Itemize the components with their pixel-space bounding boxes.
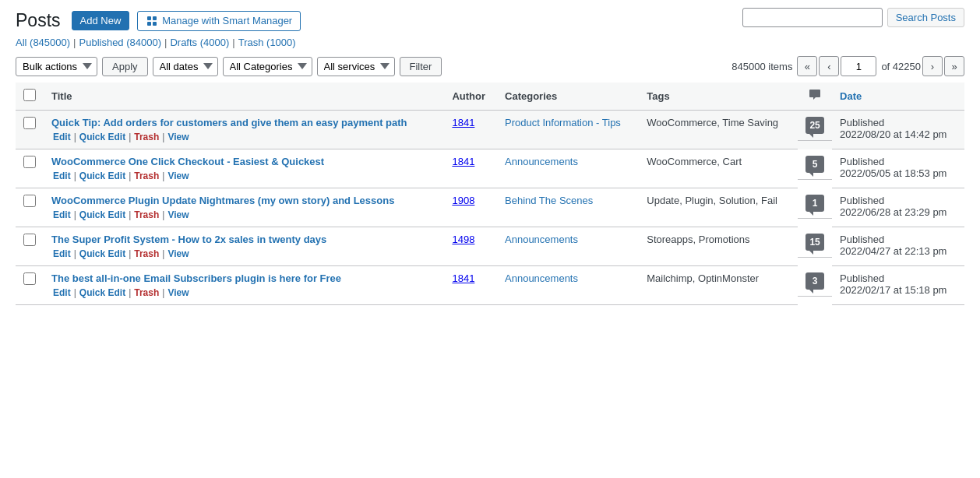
row-action-link-trash[interactable]: Trash — [134, 209, 159, 220]
smart-manager-button[interactable]: Manage with Smart Manager — [137, 11, 301, 31]
row-actions: Edit | Quick Edit | Trash | View — [51, 132, 436, 142]
filter-all[interactable]: All (845000) — [16, 37, 70, 48]
pagination: « ‹ of 42250 › » — [797, 56, 964, 76]
author-link[interactable]: 1498 — [452, 234, 474, 245]
row-action-view: View — [167, 287, 189, 298]
prev-page-button[interactable]: ‹ — [819, 56, 839, 76]
post-tags-cell: WooCommerce, Cart — [639, 149, 798, 188]
post-title-cell: The best all-in-one Email Subscribers pl… — [44, 266, 444, 305]
row-checkbox[interactable] — [23, 234, 36, 246]
row-action-link-view[interactable]: View — [167, 132, 189, 142]
comment-count-badge[interactable]: 15 — [806, 234, 824, 251]
post-date: 2022/06/28 at 23:29 pm — [840, 206, 947, 218]
filter-trash[interactable]: Trash (1000) — [238, 37, 296, 48]
row-action-link-quick-edit[interactable]: Quick Edit — [79, 287, 125, 298]
filter-drafts[interactable]: Drafts (4000) — [170, 37, 229, 48]
post-title-cell: WooCommerce One Click Checkout - Easiest… — [44, 149, 444, 188]
post-tags-cell: Storeapps, Promotions — [639, 227, 798, 266]
row-actions: Edit | Quick Edit | Trash | View — [51, 287, 436, 298]
row-checkbox[interactable] — [23, 117, 36, 129]
dates-filter-select[interactable]: All dates — [153, 57, 218, 76]
category-link[interactable]: Behind The Scenes — [505, 195, 593, 206]
post-author-cell: 1841 — [444, 266, 497, 305]
category-link[interactable]: Product Information - Tips — [505, 117, 621, 128]
author-link[interactable]: 1841 — [452, 117, 474, 128]
comment-count-badge[interactable]: 3 — [806, 272, 824, 290]
post-comments-cell: 1 — [798, 188, 832, 219]
select-all-header — [16, 83, 44, 111]
row-action-link-view[interactable]: View — [167, 170, 189, 181]
row-checkbox[interactable] — [23, 272, 36, 285]
row-action-link-quick-edit[interactable]: Quick Edit — [79, 209, 125, 220]
row-action-view: View — [167, 209, 189, 220]
post-author-cell: 1841 — [444, 149, 497, 188]
table-row: The best all-in-one Email Subscribers pl… — [16, 266, 964, 305]
bulk-actions-select[interactable]: Bulk actions — [16, 57, 97, 76]
post-title-link[interactable]: WooCommerce Plugin Update Nightmares (my… — [51, 195, 394, 206]
row-action-link-trash[interactable]: Trash — [134, 287, 159, 298]
row-action-link-trash[interactable]: Trash — [134, 132, 159, 142]
row-action-link-view[interactable]: View — [167, 287, 189, 298]
search-input[interactable] — [742, 8, 883, 27]
category-link[interactable]: Announcements — [505, 272, 578, 284]
category-link[interactable]: Announcements — [505, 156, 578, 167]
filter-button[interactable]: Filter — [400, 57, 442, 76]
row-action-link-edit[interactable]: Edit — [53, 287, 71, 298]
category-link[interactable]: Announcements — [505, 234, 578, 245]
post-category-cell: Product Information - Tips — [497, 111, 639, 149]
author-link[interactable]: 1841 — [452, 272, 474, 284]
author-link[interactable]: 1908 — [452, 195, 474, 206]
row-action-edit: Edit — [53, 170, 71, 181]
post-title-link[interactable]: The Super Profit System - How to 2x sale… — [51, 234, 326, 245]
row-action-link-view[interactable]: View — [167, 248, 189, 259]
next-page-button[interactable]: › — [922, 56, 943, 76]
row-action-link-trash[interactable]: Trash — [134, 170, 159, 181]
author-link[interactable]: 1841 — [452, 156, 474, 167]
row-checkbox[interactable] — [23, 195, 36, 207]
row-action-link-edit[interactable]: Edit — [53, 209, 71, 220]
post-title-cell: The Super Profit System - How to 2x sale… — [44, 227, 444, 266]
post-category-cell: Behind The Scenes — [497, 188, 639, 227]
select-all-checkbox[interactable] — [23, 89, 36, 101]
row-action-link-edit[interactable]: Edit — [53, 132, 71, 142]
post-title-link[interactable]: WooCommerce One Click Checkout - Easiest… — [51, 156, 324, 167]
first-page-button[interactable]: « — [797, 56, 817, 76]
comment-count-badge[interactable]: 1 — [806, 195, 824, 212]
post-tags-cell: Update, Plugin, Solution, Fail — [639, 188, 798, 227]
post-date-cell: Published 2022/05/05 at 18:53 pm — [832, 149, 964, 188]
post-status: Published — [840, 234, 884, 245]
row-action-link-edit[interactable]: Edit — [53, 248, 71, 259]
comment-bubble-icon — [809, 89, 821, 104]
comment-count-badge[interactable]: 25 — [806, 117, 824, 134]
row-action-trash: Trash — [134, 170, 159, 181]
items-count: 845000 items — [731, 61, 792, 72]
post-title-link[interactable]: The best all-in-one Email Subscribers pl… — [51, 272, 341, 284]
row-action-link-quick-edit[interactable]: Quick Edit — [79, 132, 125, 142]
row-action-link-edit[interactable]: Edit — [53, 170, 71, 181]
post-category-cell: Announcements — [497, 266, 639, 305]
row-action-link-quick-edit[interactable]: Quick Edit — [79, 248, 125, 259]
categories-filter-select[interactable]: All Categories — [223, 57, 312, 76]
row-action-link-quick-edit[interactable]: Quick Edit — [79, 170, 125, 181]
row-action-link-trash[interactable]: Trash — [134, 248, 159, 259]
post-title-cell: WooCommerce Plugin Update Nightmares (my… — [44, 188, 444, 227]
post-status: Published — [840, 272, 884, 284]
filter-published[interactable]: Published (84000) — [79, 37, 162, 48]
post-comments-cell: 25 — [798, 111, 832, 141]
add-new-button[interactable]: Add New — [72, 11, 130, 30]
apply-button[interactable]: Apply — [102, 57, 148, 76]
row-actions: Edit | Quick Edit | Trash | View — [51, 209, 436, 220]
search-posts-button[interactable]: Search Posts — [887, 8, 964, 27]
post-status: Published — [840, 117, 884, 128]
row-action-link-view[interactable]: View — [167, 209, 189, 220]
row-action-trash: Trash — [134, 132, 159, 142]
date-header[interactable]: Date — [832, 83, 964, 111]
table-nav-top: Bulk actions Apply All dates All Categor… — [16, 56, 964, 76]
comment-count-badge[interactable]: 5 — [806, 156, 824, 173]
post-tags-cell: WooCommerce, Time Saving — [639, 111, 798, 149]
services-filter-select[interactable]: All services — [317, 57, 395, 76]
post-title-link[interactable]: Quick Tip: Add orders for customers and … — [51, 117, 407, 128]
row-checkbox[interactable] — [23, 156, 36, 168]
current-page-input[interactable] — [841, 56, 876, 76]
last-page-button[interactable]: » — [944, 56, 964, 76]
